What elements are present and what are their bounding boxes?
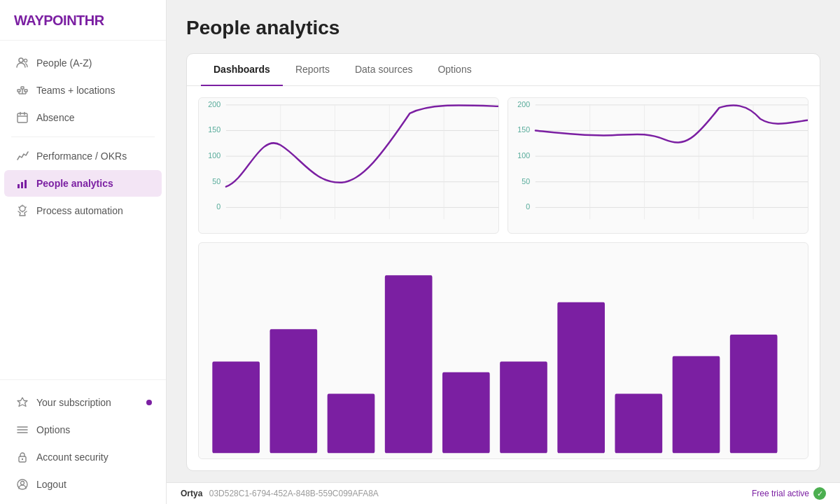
- page-title: People analytics: [186, 17, 820, 39]
- tabs-bar: Dashboards Reports Data sources Options: [187, 54, 820, 86]
- svg-point-0: [19, 58, 23, 62]
- people-icon: [15, 56, 29, 70]
- sidebar-item-subscription-label: Your subscription: [36, 397, 111, 408]
- main-inner: People analytics Dashboards Reports Data…: [167, 0, 840, 482]
- performance-icon: [15, 149, 29, 163]
- subscription-dot: [146, 400, 152, 405]
- sidebar-item-teams-label: Teams + locations: [36, 85, 115, 96]
- automation-icon: [15, 204, 29, 218]
- svg-text:150: 150: [517, 125, 530, 134]
- nav-secondary-section: Performance / OKRs People analytics: [0, 143, 166, 224]
- tab-dashboards[interactable]: Dashboards: [201, 54, 283, 86]
- nav-divider-1: [11, 136, 155, 137]
- bar-chart: [198, 242, 808, 459]
- svg-text:50: 50: [212, 177, 220, 186]
- sidebar-bottom: Your subscription Options: [0, 379, 166, 504]
- sidebar-item-absence-label: Absence: [36, 112, 74, 123]
- svg-rect-9: [18, 113, 27, 122]
- sidebar-item-options[interactable]: Options: [4, 416, 162, 443]
- logout-icon: [15, 477, 29, 491]
- footer-trial: Free trial active ✓: [752, 487, 826, 500]
- svg-rect-60: [730, 335, 778, 453]
- sidebar-item-people-az-label: People (A-Z): [36, 57, 92, 69]
- footer-trial-text: Free trial active: [752, 489, 809, 498]
- main-content: People analytics Dashboards Reports Data…: [167, 0, 840, 504]
- sidebar-nav: People (A-Z) Teams: [0, 41, 166, 379]
- svg-rect-58: [615, 394, 663, 454]
- check-icon: ✓: [813, 487, 826, 500]
- svg-text:50: 50: [522, 177, 530, 186]
- svg-rect-3: [21, 87, 24, 89]
- svg-point-22: [21, 482, 24, 485]
- tab-data-sources[interactable]: Data sources: [342, 54, 425, 86]
- svg-text:100: 100: [208, 151, 220, 160]
- footer-left: Ortya 03D528C1-6794-452A-848B-559C099AFA…: [181, 489, 379, 498]
- sidebar-item-analytics-label: People analytics: [36, 178, 113, 189]
- logo-hr: HR: [85, 13, 104, 28]
- tab-reports[interactable]: Reports: [283, 54, 342, 86]
- svg-text:0: 0: [526, 202, 530, 211]
- logo: WAYPOINTHR: [0, 0, 166, 41]
- footer-bar: Ortya 03D528C1-6794-452A-848B-559C099AFA…: [167, 482, 840, 504]
- sidebar-item-subscription[interactable]: Your subscription: [4, 389, 162, 416]
- sidebar-item-teams-locations[interactable]: Teams + locations: [4, 77, 162, 104]
- sidebar-item-logout[interactable]: Logout: [4, 471, 162, 498]
- svg-rect-59: [673, 356, 720, 454]
- sidebar-item-account-security-label: Account security: [36, 451, 108, 463]
- sidebar-item-process-automation[interactable]: Process automation: [4, 197, 162, 224]
- svg-text:150: 150: [208, 125, 220, 134]
- sidebar-item-automation-label: Process automation: [36, 205, 123, 216]
- logo-waypoint: WAYPOINT: [14, 13, 85, 28]
- absence-icon: [15, 111, 29, 125]
- svg-rect-54: [385, 275, 433, 453]
- svg-text:200: 200: [208, 100, 220, 108]
- svg-rect-53: [328, 394, 375, 454]
- svg-point-1: [24, 59, 27, 62]
- svg-rect-14: [21, 182, 23, 188]
- nav-main-section: People (A-Z) Teams: [0, 50, 166, 131]
- sidebar: WAYPOINTHR People (A-Z): [0, 0, 167, 504]
- lock-icon: [15, 450, 29, 464]
- sidebar-item-performance[interactable]: Performance / OKRs: [4, 143, 162, 169]
- svg-rect-57: [557, 302, 605, 454]
- sidebar-item-performance-label: Performance / OKRs: [36, 150, 127, 162]
- svg-rect-51: [212, 361, 260, 453]
- line-chart-right: 200 150 100 50 0: [507, 97, 808, 234]
- sidebar-item-options-label: Options: [36, 424, 70, 435]
- top-charts: 200 150 100 50 0: [198, 97, 808, 234]
- analytics-card: Dashboards Reports Data sources Options: [186, 53, 820, 471]
- footer-org-id: 03D528C1-6794-452A-848B-559C099AFA8A: [209, 489, 379, 498]
- sidebar-item-account-security[interactable]: Account security: [4, 444, 162, 470]
- svg-rect-56: [500, 361, 547, 453]
- logo-text: WAYPOINTHR: [14, 13, 152, 29]
- svg-text:100: 100: [517, 151, 530, 160]
- svg-rect-15: [24, 180, 27, 188]
- line-chart-left: 200 150 100 50 0: [198, 97, 499, 234]
- sidebar-item-people-az[interactable]: People (A-Z): [4, 50, 162, 76]
- analytics-icon: [15, 176, 29, 190]
- svg-rect-2: [18, 90, 20, 92]
- footer-org-name: Ortya: [181, 489, 202, 498]
- svg-text:200: 200: [517, 100, 530, 108]
- subscription-icon: [15, 396, 29, 410]
- svg-rect-13: [18, 184, 20, 188]
- tab-options[interactable]: Options: [425, 54, 484, 86]
- teams-icon: [15, 83, 29, 97]
- sidebar-item-logout-label: Logout: [36, 479, 66, 490]
- svg-text:0: 0: [216, 202, 220, 211]
- sidebar-item-absence[interactable]: Absence: [4, 104, 162, 131]
- svg-rect-4: [24, 90, 27, 92]
- sidebar-item-people-analytics[interactable]: People analytics: [4, 170, 162, 197]
- charts-area: 200 150 100 50 0: [187, 86, 820, 470]
- svg-rect-52: [270, 329, 318, 453]
- svg-point-20: [22, 458, 23, 460]
- svg-rect-55: [442, 372, 490, 454]
- options-icon: [15, 423, 29, 437]
